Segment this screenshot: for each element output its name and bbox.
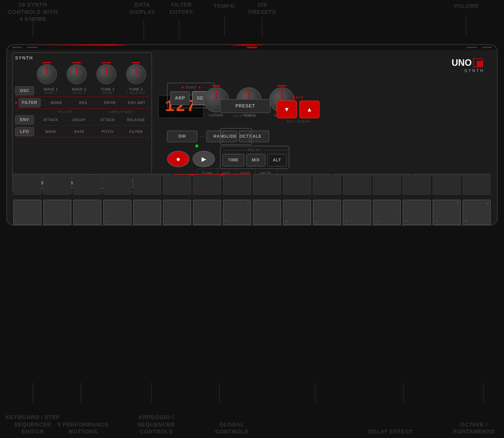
oct-button[interactable]: OCT (239, 131, 249, 142)
preset-button[interactable]: PRESET (220, 99, 270, 113)
filter-param-label-mode: MODE (44, 101, 69, 105)
osc-param-tune2: TUNE 2 < HOLD OSC (123, 87, 149, 94)
data-down-button[interactable]: ▼ (277, 101, 297, 118)
logo-synth: SYNTH (452, 69, 484, 73)
upper-pad-14[interactable] (403, 174, 431, 195)
cutoff-led (212, 85, 221, 86)
key-7[interactable]: 7 (193, 200, 221, 225)
key-14[interactable]: 14 (403, 200, 431, 225)
key-6-number: 6 (165, 220, 167, 223)
led-4 (467, 47, 477, 48)
upper-pad-2[interactable] (43, 174, 71, 195)
osc-button[interactable]: OSC (15, 86, 34, 95)
delay-mix-button[interactable]: MIX (246, 154, 265, 166)
delay-buttons: TIME MIX ALT (223, 154, 287, 166)
upper-pad-11[interactable] (313, 174, 341, 195)
led-2 (27, 47, 37, 48)
osc-params: WAVE 1 LEVEL 1 WAVE 2 LEVEL 2 TUNE 1 NOI… (38, 87, 149, 94)
filter-param-label-envamt: ENV AMT (125, 101, 149, 105)
knob-led-wave2 (72, 62, 81, 63)
key-1[interactable]: 1 (13, 200, 41, 225)
annotation-data-display: DATA DISPLAY (123, 1, 161, 16)
knob-tune2[interactable] (126, 64, 146, 84)
annotation-octave: OCTAVE / PORTAMENTO (449, 421, 499, 435)
knob-wave1[interactable] (37, 64, 57, 84)
key-1-number: 1 (15, 220, 17, 223)
upper-pad-12[interactable] (343, 174, 371, 195)
osc-param-sublabel-tune2: < HOLD OSC (123, 91, 149, 94)
upper-pad-1[interactable] (13, 174, 41, 195)
env-param-attack2: ATTACK (95, 118, 121, 122)
delay-dash-right (263, 150, 287, 150)
filter-param-label-drive: DRIVE (98, 101, 122, 105)
record-icon: ● (176, 155, 180, 163)
filter-button[interactable]: FILTER (19, 98, 41, 107)
env-button[interactable]: ENV (15, 115, 34, 124)
key-4-wrapper: 4 (103, 200, 131, 225)
upper-pad-16[interactable] (463, 174, 491, 195)
key-12-wrapper: 12 (343, 200, 371, 225)
key-6[interactable]: 6 (163, 200, 191, 225)
lfo-button[interactable]: LFO (15, 127, 34, 136)
upper-key-pads (13, 174, 491, 195)
key-8-number: 8 (225, 220, 227, 223)
key-12[interactable]: 12 (343, 200, 371, 225)
key-16[interactable]: C 16 (463, 200, 491, 225)
key-13[interactable]: 13 (373, 200, 401, 225)
lfo-param-wave: WAVE (38, 130, 64, 134)
lfo-param-label-rate: RATE (66, 130, 92, 134)
knob-led-wave1 (43, 62, 51, 63)
key-3[interactable]: 3 (73, 200, 101, 225)
knob-tune1[interactable] (96, 64, 116, 84)
env-param-label-release: RELEASE (123, 118, 149, 122)
knob-wave2[interactable] (67, 64, 87, 84)
knob-group-wave2 (64, 62, 90, 84)
synth-body: UNO SYNTH SYNTH (6, 44, 498, 226)
dir-dash: — (200, 134, 204, 139)
key-15[interactable]: C 15 (433, 200, 461, 225)
dir-range-row: DIR — RANGE SCALE (167, 131, 269, 142)
play-button[interactable]: ▶ (193, 151, 215, 167)
upper-pad-10[interactable] (283, 174, 311, 195)
page-wrapper: 19 SYNTH CONTROLS WITH 4 KNOBS DATA DISP… (0, 0, 504, 438)
knob-led-tune1 (102, 62, 111, 63)
upper-pad-13[interactable] (373, 174, 401, 195)
synth-panel: SYNTH (12, 52, 152, 181)
upper-pad-5[interactable] (133, 174, 161, 195)
filter-param-label-res: RES (71, 101, 95, 105)
key-2-number: 2 (45, 220, 47, 223)
key-14-wrapper: 14 (403, 200, 431, 225)
env-param-attack: ATTACK (38, 118, 64, 122)
data-up-button[interactable]: ▲ (299, 101, 320, 118)
upper-pad-3[interactable] (73, 174, 101, 195)
delay-alt-button[interactable]: ALT (267, 154, 287, 166)
key-9[interactable]: 9 (253, 200, 281, 225)
ik-logo: UNO SYNTH (452, 57, 484, 73)
key-2[interactable]: 2 (43, 200, 71, 225)
upper-pad-8[interactable] (223, 174, 251, 195)
key-8[interactable]: C 8 (223, 200, 251, 225)
annotation-global: GLOBAL CONTROLS (207, 421, 257, 435)
alt-clear-label: ALT > CLEAR (287, 120, 310, 123)
upper-pad-15[interactable] (433, 174, 461, 195)
env-param-release: RELEASE (123, 118, 149, 122)
knob-group-tune2 (123, 62, 149, 84)
env-param-decay: DECAY (66, 118, 92, 122)
key-5[interactable]: 5 (133, 200, 161, 225)
key-10[interactable]: 10 (283, 200, 311, 225)
synth-panel-label: SYNTH (15, 55, 149, 61)
upper-pad-9[interactable] (253, 174, 281, 195)
glide-button[interactable]: GLIDE (223, 131, 237, 142)
arp-button[interactable]: ARP (170, 91, 190, 105)
record-button[interactable]: ● (167, 151, 190, 167)
upper-pad-7[interactable] (193, 174, 221, 195)
key-11[interactable]: 11 (313, 200, 341, 225)
delay-time-button[interactable]: TIME (223, 154, 244, 166)
key-3-wrapper: 3 (73, 200, 101, 225)
key-16-wrapper: C 16 (463, 200, 491, 225)
dir-button[interactable]: DIR (167, 131, 197, 142)
key-4[interactable]: 4 (103, 200, 131, 225)
key-13-number: 13 (375, 220, 378, 223)
upper-pad-4[interactable] (103, 174, 131, 195)
upper-pad-6[interactable] (163, 174, 191, 195)
